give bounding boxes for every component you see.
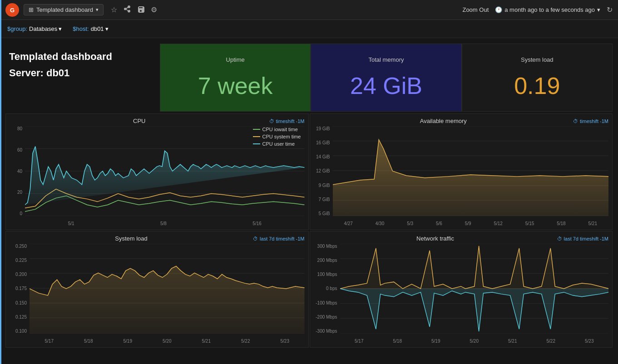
- time-dropdown-icon: ▾: [597, 6, 600, 13]
- panel-marker: [0, 0, 1, 364]
- uptime-value: 7 week: [198, 72, 273, 99]
- network-chart-title: Network traffic: [314, 235, 557, 242]
- dashboard-title: Templated dashboard: [9, 51, 160, 63]
- star-icon[interactable]: ☆: [111, 5, 117, 14]
- share-icon[interactable]: [124, 5, 131, 15]
- clock-icon: 🕐: [495, 6, 502, 13]
- group-filter: $group: Databases ▾: [7, 25, 62, 32]
- sysload-y-axis: 0.2500.2250.2000.1750.1500.1250.100: [10, 244, 29, 334]
- cpu-chart-canvas: 806040200: [10, 126, 305, 226]
- sysload-chart-panel: System load ⏱ last 7d timeshift -1M 0.25…: [5, 231, 309, 348]
- system-load-title: System load: [521, 56, 554, 63]
- network-chart-panel: Network traffic ⏱ last 7d timeshift -1M …: [310, 231, 613, 348]
- topbar-actions: ☆ ⚙: [111, 5, 157, 15]
- uptime-title: Uptime: [226, 56, 245, 63]
- memory-chart-header: Available memory ⏱ timeshift -1M: [314, 118, 609, 124]
- stat-cards: Uptime 7 week Total memory 24 GiB System…: [160, 44, 613, 112]
- clock-icon-mem: ⏱: [573, 118, 578, 124]
- total-memory-title: Total memory: [368, 56, 404, 63]
- sysload-chart-title: System load: [10, 235, 253, 242]
- svg-marker-30: [340, 246, 609, 289]
- host-dropdown-icon: ▾: [105, 25, 109, 32]
- group-label: $group:: [7, 25, 27, 32]
- save-icon[interactable]: [137, 5, 144, 15]
- memory-svg: [333, 126, 609, 216]
- system-load-value: 0.19: [514, 72, 560, 99]
- dashboard-selector[interactable]: ⊞ Templated dashboard ▾: [24, 4, 104, 15]
- time-range-label: a month ago to a few seconds ago: [504, 6, 595, 13]
- cpu-y-axis: 806040200: [10, 126, 24, 216]
- network-chart-canvas: 300 Mbps200 Mbps100 Mbps0 bps-100 Mbps-2…: [314, 244, 609, 344]
- sysload-timeshift: ⏱ last 7d timeshift -1M: [253, 236, 304, 241]
- filterbar: $group: Databases ▾ $host: db01 ▾: [0, 20, 618, 38]
- cpu-timeshift: ⏱ timeshift -1M: [269, 118, 305, 124]
- clock-small-icon: ⏱: [269, 118, 274, 124]
- system-load-card: System load 0.19: [462, 44, 613, 112]
- title-section: Templated dashboard Server: db01 Uptime …: [5, 44, 613, 112]
- charts-row2: System load ⏱ last 7d timeshift -1M 0.25…: [5, 231, 613, 348]
- sysload-x-axis: 5/175/185/195/205/215/225/23: [30, 339, 305, 344]
- zoom-out-button[interactable]: Zoom Out: [462, 6, 489, 13]
- group-dropdown-icon: ▾: [59, 25, 62, 32]
- app-logo: G: [5, 3, 19, 17]
- memory-chart-canvas: 19 GiB16 GiB14 GiB12 GiB9 GiB7 GiB5 GiB: [314, 126, 609, 226]
- clock-icon-sl: ⏱: [253, 236, 258, 241]
- sysload-chart-canvas: 0.2500.2250.2000.1750.1500.1250.100: [10, 244, 305, 344]
- network-chart-header: Network traffic ⏱ last 7d timeshift -1M: [314, 235, 609, 242]
- dashboard-title-block: Templated dashboard Server: db01: [5, 44, 160, 86]
- charts-row1: CPU ⏱ timeshift -1M CPU iowait time CPU …: [5, 113, 613, 230]
- uptime-card: Uptime 7 week: [160, 44, 311, 112]
- settings-icon[interactable]: ⚙: [151, 5, 157, 14]
- cpu-chart-header: CPU ⏱ timeshift -1M: [10, 118, 305, 124]
- clock-icon-net: ⏱: [557, 236, 562, 241]
- cpu-x-axis: 5/15/85/16: [25, 221, 305, 226]
- network-timeshift: ⏱ last 7d timeshift -1M: [557, 236, 608, 241]
- memory-y-axis: 19 GiB16 GiB14 GiB12 GiB9 GiB7 GiB5 GiB: [314, 126, 332, 216]
- network-x-axis: 5/175/185/195/205/215/225/23: [340, 339, 609, 344]
- memory-timeshift: ⏱ timeshift -1M: [573, 118, 608, 124]
- svg-marker-22: [30, 266, 305, 334]
- topbar-right: Zoom Out 🕐 a month ago to a few seconds …: [462, 5, 613, 14]
- memory-chart-panel: Available memory ⏱ timeshift -1M 19 GiB1…: [310, 113, 613, 230]
- svg-text:G: G: [10, 7, 15, 14]
- host-value[interactable]: db01 ▾: [91, 25, 109, 32]
- time-range[interactable]: 🕐 a month ago to a few seconds ago ▾: [495, 6, 600, 13]
- sysload-chart-header: System load ⏱ last 7d timeshift -1M: [10, 235, 305, 242]
- host-label: $host:: [73, 25, 89, 32]
- group-value[interactable]: Databases ▾: [29, 25, 62, 32]
- topbar: G ⊞ Templated dashboard ▾ ☆ ⚙ Zoom Out 🕐…: [0, 0, 618, 20]
- main-content: Templated dashboard Server: db01 Uptime …: [0, 38, 618, 353]
- memory-x-axis: 4/274/305/35/65/95/125/155/185/21: [333, 221, 609, 226]
- network-y-axis: 300 Mbps200 Mbps100 Mbps0 bps-100 Mbps-2…: [314, 244, 339, 334]
- dropdown-arrow-icon: ▾: [96, 7, 99, 13]
- refresh-button[interactable]: ↻: [607, 5, 613, 14]
- cpu-svg: [25, 126, 305, 216]
- dashboard-label: Templated dashboard: [36, 6, 93, 13]
- cpu-chart-title: CPU: [10, 118, 269, 124]
- grid-icon: ⊞: [29, 6, 34, 13]
- host-filter: $host: db01 ▾: [73, 25, 108, 32]
- sysload-svg: [30, 244, 305, 334]
- total-memory-card: Total memory 24 GiB: [311, 44, 461, 112]
- cpu-chart-panel: CPU ⏱ timeshift -1M CPU iowait time CPU …: [5, 113, 309, 230]
- memory-chart-title: Available memory: [314, 118, 574, 124]
- network-svg: [340, 244, 609, 334]
- total-memory-value: 24 GiB: [350, 72, 422, 99]
- server-title: Server: db01: [9, 67, 160, 79]
